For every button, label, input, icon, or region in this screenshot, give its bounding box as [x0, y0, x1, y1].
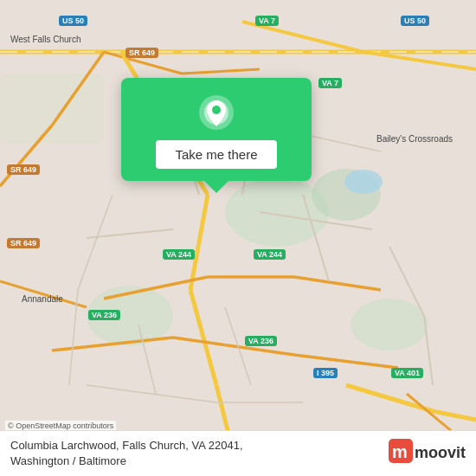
- take-me-there-button[interactable]: Take me there: [156, 140, 276, 169]
- place-label-west-falls: West Falls Church: [10, 35, 81, 44]
- map-background: [0, 0, 476, 476]
- bottom-bar: Columbia Larchwood, Falls Church, VA 220…: [0, 430, 476, 476]
- location-popup: Take me there: [121, 78, 312, 181]
- moovit-logo-icon: m: [389, 439, 413, 468]
- location-pin-icon: [197, 93, 235, 132]
- address-text: Columbia Larchwood, Falls Church, VA 220…: [10, 438, 243, 469]
- road-label-va236-left: VA 236: [88, 310, 120, 320]
- road-label-us50-right: US 50: [401, 16, 429, 26]
- road-label-va236-right: VA 236: [245, 336, 277, 346]
- road-label-va244-left: VA 244: [163, 249, 195, 260]
- road-label-va244-right: VA 244: [254, 249, 286, 260]
- road-label-i395: I 395: [313, 368, 338, 378]
- moovit-text: moovit: [415, 444, 466, 462]
- svg-point-46: [212, 106, 221, 114]
- road-label-sr649-left1: SR 649: [7, 164, 40, 175]
- road-label-va401: VA 401: [391, 368, 423, 378]
- place-label-annandale: Annandale: [22, 294, 63, 304]
- road-label-va7-top: VA 7: [255, 16, 279, 26]
- map-container: US 50 US 50 VA 7 VA 7 SR 649 SR 649 SR 6…: [0, 0, 476, 476]
- road-label-va7-mid: VA 7: [318, 78, 342, 88]
- place-label-baileys: Bailey's Crossroads: [376, 134, 453, 144]
- address-line2: Washington / Baltimore: [10, 454, 126, 467]
- moovit-logo: m moovit: [389, 439, 466, 468]
- road-label-sr649-left2: SR 649: [7, 238, 40, 248]
- svg-text:m: m: [392, 442, 408, 461]
- road-label-sr649-top: SR 649: [125, 48, 158, 58]
- svg-rect-5: [0, 74, 104, 143]
- svg-point-6: [344, 170, 383, 194]
- address-line1: Columbia Larchwood, Falls Church, VA 220…: [10, 439, 243, 452]
- svg-point-4: [351, 299, 428, 351]
- road-label-us50-top: US 50: [59, 16, 87, 26]
